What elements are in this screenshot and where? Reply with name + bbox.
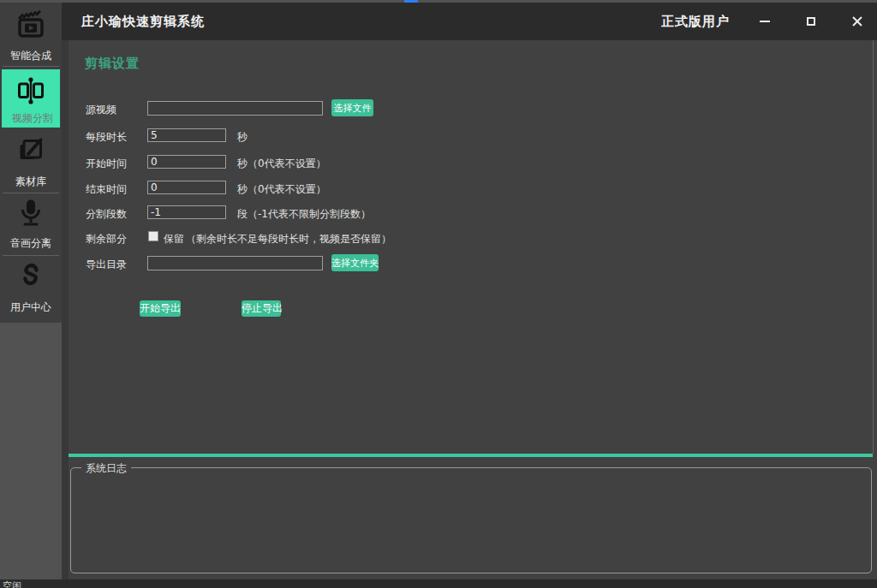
close-button[interactable] [844,10,870,33]
close-icon [852,16,862,27]
system-log-content[interactable] [71,468,871,573]
minimize-icon [760,21,770,22]
sidebar-item-video-split[interactable]: 视频分割 [2,69,60,128]
segment-duration-input[interactable] [147,128,226,142]
top-progress-strip [0,0,877,3]
remainder-label: 剩余部分 [86,232,127,246]
section-title: 剪辑设置 [85,56,140,72]
remainder-hint: （剩余时长不足每段时长时，视频是否保留） [186,232,391,246]
segment-count-input[interactable] [147,205,226,219]
minimize-button[interactable] [752,10,778,33]
microphone-icon [14,196,48,230]
segment-count-label: 分割段数 [86,207,127,222]
sidebar-item-label: 视频分割 [2,111,63,126]
system-log-title: 系统日志 [81,461,131,476]
export-dir-label: 导出目录 [86,258,127,272]
section-separator [69,454,873,457]
keep-remainder-checkbox[interactable] [148,231,158,241]
maximize-button[interactable] [798,10,824,33]
sidebar-item-label: 音画分离 [0,236,62,251]
end-time-input[interactable] [147,181,226,194]
segment-count-suffix: 段（-1代表不限制分割段数） [237,207,371,222]
start-time-label: 开始时间 [86,157,127,171]
segment-duration-suffix: 秒 [237,130,248,145]
stop-export-button[interactable]: 停止导出 [242,300,281,317]
choose-folder-button[interactable]: 选择文件夹 [331,254,379,271]
sidebar-item-audio-separation[interactable]: 音画分离 [0,196,62,251]
sidebar: 智能合成 视频分割 素材库 [0,3,62,579]
progress-blue-segment [404,0,418,3]
app-window: 庄小瑜快速剪辑系统 正式版用户 智能合成 [0,0,877,588]
sidebar-item-label: 素材库 [0,175,62,189]
video-split-icon [14,74,48,108]
sidebar-divider [3,193,59,193]
statusbar: 空闲 [0,579,877,588]
app-title: 庄小瑜快速剪辑系统 [81,14,205,30]
system-log-panel: 系统日志 [70,467,872,573]
end-time-label: 结束时间 [86,182,127,197]
sidebar-lower-pane [0,323,62,579]
sidebar-item-label: 用户中心 [0,300,62,315]
choose-file-button[interactable]: 选择文件 [331,99,373,116]
start-time-suffix: 秒（0代表不设置） [237,157,326,171]
sidebar-divider [3,255,59,256]
export-dir-input[interactable] [147,256,323,270]
start-time-input[interactable] [147,155,226,169]
start-export-button[interactable]: 开始导出 [140,300,181,317]
sidebar-item-label: 智能合成 [0,49,62,63]
titlebar: 庄小瑜快速剪辑系统 正式版用户 [62,3,877,40]
clapperboard-icon [14,9,48,44]
source-video-label: 源视频 [86,103,116,117]
sidebar-item-user-center[interactable]: 用户中心 [0,260,62,315]
sidebar-item-material-library[interactable]: 素材库 [0,133,62,189]
status-text: 空闲 [3,580,21,588]
sidebar-item-smart-compose[interactable]: 智能合成 [0,9,62,64]
sidebar-divider [3,66,59,67]
maximize-icon [807,17,815,26]
segment-duration-label: 每段时长 [86,130,127,145]
user-badge: 正式版用户 [661,14,730,30]
keep-checkbox-label: 保留 [164,232,184,246]
end-time-suffix: 秒（0代表不设置） [237,182,326,197]
user-center-icon [14,260,48,294]
source-video-input[interactable] [147,101,323,116]
material-library-icon [14,134,48,168]
